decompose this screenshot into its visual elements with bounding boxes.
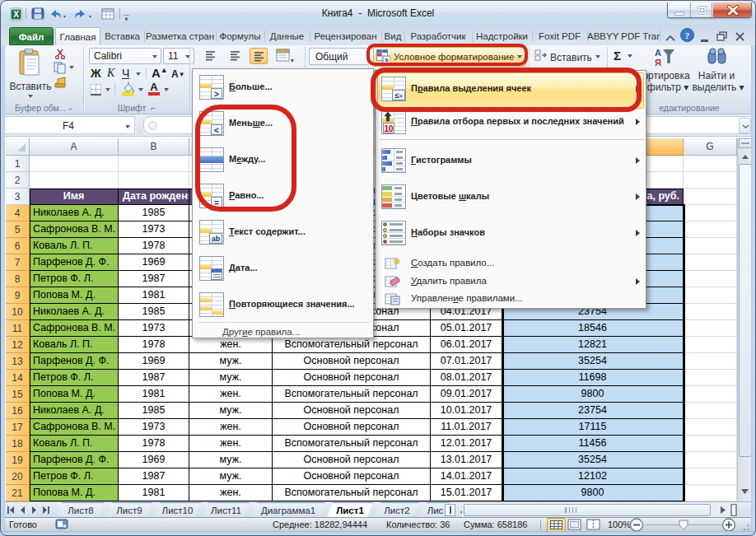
svg-text:А: А bbox=[655, 48, 661, 58]
svg-text:?: ? bbox=[685, 30, 690, 40]
svg-text:Я: Я bbox=[655, 58, 661, 68]
